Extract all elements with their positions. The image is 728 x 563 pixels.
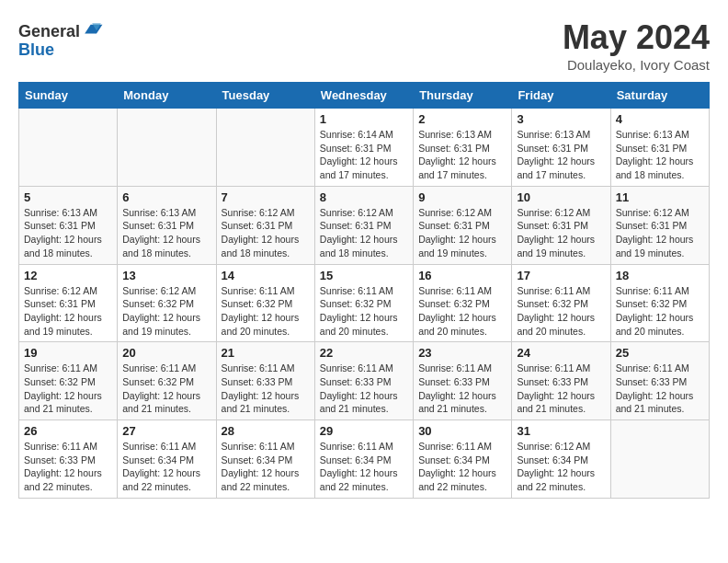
logo-blue: Blue (18, 40, 54, 59)
calendar-week-2: 5Sunrise: 6:13 AM Sunset: 6:31 PM Daylig… (19, 186, 710, 264)
day-number: 25 (616, 346, 704, 360)
calendar-cell: 15Sunrise: 6:11 AM Sunset: 6:32 PM Dayli… (314, 264, 413, 342)
day-info: Sunrise: 6:12 AM Sunset: 6:32 PM Dayligh… (122, 284, 210, 339)
day-info: Sunrise: 6:11 AM Sunset: 6:33 PM Dayligh… (616, 362, 704, 416)
calendar-cell: 11Sunrise: 6:12 AM Sunset: 6:31 PM Dayli… (610, 186, 709, 264)
day-number: 29 (320, 424, 408, 438)
calendar-cell: 3Sunrise: 6:13 AM Sunset: 6:31 PM Daylig… (512, 109, 610, 187)
calendar-week-3: 12Sunrise: 6:12 AM Sunset: 6:31 PM Dayli… (19, 264, 710, 342)
day-number: 7 (222, 190, 310, 204)
day-number: 12 (24, 269, 112, 282)
calendar-cell: 12Sunrise: 6:12 AM Sunset: 6:31 PM Dayli… (19, 264, 118, 342)
calendar-week-4: 19Sunrise: 6:11 AM Sunset: 6:32 PM Dayli… (19, 342, 710, 420)
day-info: Sunrise: 6:11 AM Sunset: 6:34 PM Dayligh… (320, 440, 408, 494)
day-info: Sunrise: 6:12 AM Sunset: 6:31 PM Dayligh… (517, 206, 605, 260)
day-info: Sunrise: 6:12 AM Sunset: 6:31 PM Dayligh… (616, 206, 704, 260)
day-info: Sunrise: 6:11 AM Sunset: 6:33 PM Dayligh… (24, 440, 112, 494)
day-number: 6 (122, 190, 210, 204)
column-header-thursday: Thursday (414, 83, 512, 109)
day-info: Sunrise: 6:13 AM Sunset: 6:31 PM Dayligh… (24, 206, 112, 260)
calendar-cell: 21Sunrise: 6:11 AM Sunset: 6:33 PM Dayli… (216, 342, 314, 420)
calendar-cell: 7Sunrise: 6:12 AM Sunset: 6:31 PM Daylig… (216, 186, 314, 264)
day-number: 21 (222, 346, 310, 360)
day-number: 10 (517, 190, 605, 204)
day-number: 4 (616, 112, 704, 126)
calendar-cell: 2Sunrise: 6:13 AM Sunset: 6:31 PM Daylig… (414, 109, 512, 187)
calendar-cell: 20Sunrise: 6:11 AM Sunset: 6:32 PM Dayli… (118, 342, 216, 420)
day-number: 15 (320, 269, 408, 282)
calendar-cell: 17Sunrise: 6:11 AM Sunset: 6:32 PM Dayli… (512, 264, 610, 342)
calendar-cell (216, 109, 314, 187)
day-info: Sunrise: 6:11 AM Sunset: 6:32 PM Dayligh… (517, 284, 605, 339)
calendar-location: Doulayeko, Ivory Coast (563, 57, 710, 73)
day-info: Sunrise: 6:11 AM Sunset: 6:33 PM Dayligh… (418, 362, 506, 416)
calendar-week-1: 1Sunrise: 6:14 AM Sunset: 6:31 PM Daylig… (19, 109, 710, 187)
day-info: Sunrise: 6:11 AM Sunset: 6:34 PM Dayligh… (418, 440, 506, 494)
day-info: Sunrise: 6:12 AM Sunset: 6:31 PM Dayligh… (418, 206, 506, 260)
day-number: 19 (24, 346, 112, 360)
day-number: 23 (418, 346, 506, 360)
calendar-cell: 4Sunrise: 6:13 AM Sunset: 6:31 PM Daylig… (610, 109, 709, 187)
day-number: 31 (517, 424, 605, 438)
day-number: 3 (517, 112, 605, 126)
column-header-saturday: Saturday (610, 83, 709, 109)
svg-marker-0 (85, 25, 102, 34)
day-info: Sunrise: 6:11 AM Sunset: 6:34 PM Dayligh… (122, 440, 210, 494)
day-info: Sunrise: 6:11 AM Sunset: 6:32 PM Dayligh… (418, 284, 506, 339)
day-info: Sunrise: 6:11 AM Sunset: 6:32 PM Dayligh… (616, 284, 704, 339)
day-number: 20 (122, 346, 210, 360)
calendar-cell: 5Sunrise: 6:13 AM Sunset: 6:31 PM Daylig… (19, 186, 118, 264)
day-info: Sunrise: 6:11 AM Sunset: 6:33 PM Dayligh… (517, 362, 605, 416)
day-info: Sunrise: 6:11 AM Sunset: 6:32 PM Dayligh… (222, 284, 310, 339)
day-info: Sunrise: 6:12 AM Sunset: 6:31 PM Dayligh… (24, 284, 112, 339)
calendar-cell (610, 420, 709, 499)
calendar-cell (19, 109, 118, 187)
day-info: Sunrise: 6:13 AM Sunset: 6:31 PM Dayligh… (517, 128, 605, 182)
column-header-friday: Friday (512, 83, 610, 109)
column-header-wednesday: Wednesday (314, 83, 413, 109)
column-header-sunday: Sunday (19, 83, 118, 109)
calendar-cell: 29Sunrise: 6:11 AM Sunset: 6:34 PM Dayli… (314, 420, 413, 499)
page-header: General Blue May 2024 Doulayeko, Ivory C… (18, 18, 710, 73)
day-number: 22 (320, 346, 408, 360)
day-info: Sunrise: 6:11 AM Sunset: 6:32 PM Dayligh… (24, 362, 112, 416)
logo-icon (82, 18, 104, 37)
day-number: 1 (320, 112, 408, 126)
day-number: 13 (122, 269, 210, 282)
day-info: Sunrise: 6:13 AM Sunset: 6:31 PM Dayligh… (616, 128, 704, 182)
calendar-header-row: SundayMondayTuesdayWednesdayThursdayFrid… (19, 83, 710, 109)
calendar-cell: 23Sunrise: 6:11 AM Sunset: 6:33 PM Dayli… (414, 342, 512, 420)
day-info: Sunrise: 6:11 AM Sunset: 6:32 PM Dayligh… (122, 362, 210, 416)
day-info: Sunrise: 6:12 AM Sunset: 6:31 PM Dayligh… (222, 206, 310, 260)
calendar-cell: 22Sunrise: 6:11 AM Sunset: 6:33 PM Dayli… (314, 342, 413, 420)
logo: General Blue (18, 18, 104, 60)
calendar-cell: 24Sunrise: 6:11 AM Sunset: 6:33 PM Dayli… (512, 342, 610, 420)
day-number: 24 (517, 346, 605, 360)
calendar-cell: 19Sunrise: 6:11 AM Sunset: 6:32 PM Dayli… (19, 342, 118, 420)
calendar-cell: 27Sunrise: 6:11 AM Sunset: 6:34 PM Dayli… (118, 420, 216, 499)
column-header-monday: Monday (118, 83, 216, 109)
day-info: Sunrise: 6:12 AM Sunset: 6:34 PM Dayligh… (517, 440, 605, 494)
calendar-cell: 26Sunrise: 6:11 AM Sunset: 6:33 PM Dayli… (19, 420, 118, 499)
calendar-cell: 6Sunrise: 6:13 AM Sunset: 6:31 PM Daylig… (118, 186, 216, 264)
calendar-cell: 1Sunrise: 6:14 AM Sunset: 6:31 PM Daylig… (314, 109, 413, 187)
day-info: Sunrise: 6:11 AM Sunset: 6:32 PM Dayligh… (320, 284, 408, 339)
day-number: 18 (616, 269, 704, 282)
calendar-cell: 8Sunrise: 6:12 AM Sunset: 6:31 PM Daylig… (314, 186, 413, 264)
day-number: 2 (418, 112, 506, 126)
calendar-cell: 28Sunrise: 6:11 AM Sunset: 6:34 PM Dayli… (216, 420, 314, 499)
day-info: Sunrise: 6:12 AM Sunset: 6:31 PM Dayligh… (320, 206, 408, 260)
day-number: 8 (320, 190, 408, 204)
calendar-week-5: 26Sunrise: 6:11 AM Sunset: 6:33 PM Dayli… (19, 420, 710, 499)
logo-general: General (18, 22, 80, 40)
day-number: 28 (222, 424, 310, 438)
title-block: May 2024 Doulayeko, Ivory Coast (563, 18, 710, 73)
day-number: 17 (517, 269, 605, 282)
calendar-cell: 18Sunrise: 6:11 AM Sunset: 6:32 PM Dayli… (610, 264, 709, 342)
day-number: 16 (418, 269, 506, 282)
calendar-table: SundayMondayTuesdayWednesdayThursdayFrid… (18, 82, 710, 499)
calendar-cell: 31Sunrise: 6:12 AM Sunset: 6:34 PM Dayli… (512, 420, 610, 499)
day-number: 5 (24, 190, 112, 204)
calendar-cell: 9Sunrise: 6:12 AM Sunset: 6:31 PM Daylig… (414, 186, 512, 264)
day-info: Sunrise: 6:11 AM Sunset: 6:34 PM Dayligh… (222, 440, 310, 494)
